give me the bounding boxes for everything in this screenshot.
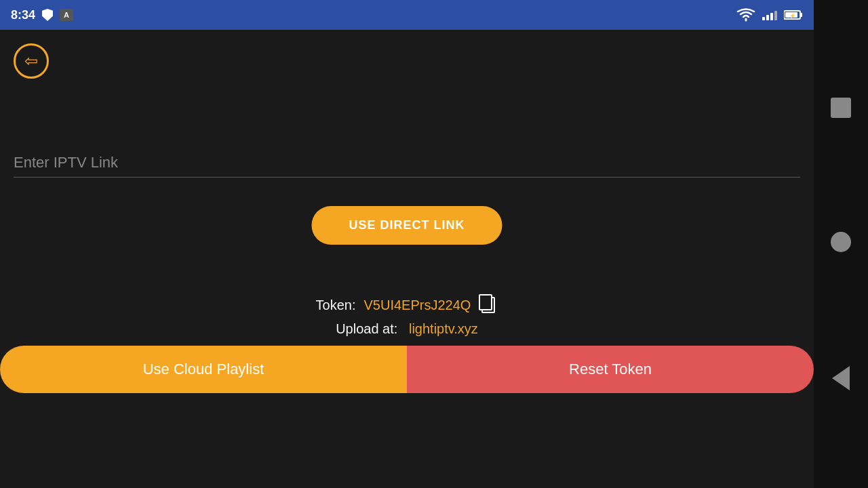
back-arrow-icon: ⇦: [24, 52, 38, 70]
wifi-icon: [736, 8, 755, 22]
iptv-link-input[interactable]: [14, 148, 800, 178]
token-section: Token: V5UI4EPrsJ224Q Upload at: lightip…: [0, 294, 814, 337]
status-left: 8:34 A: [11, 8, 73, 22]
use-cloud-playlist-button[interactable]: Use Cloud Playlist: [0, 346, 407, 393]
use-direct-link-button[interactable]: USE DIRECT LINK: [311, 206, 502, 245]
upload-row: Upload at: lightiptv.xyz: [336, 321, 478, 337]
token-label: Token:: [316, 298, 356, 313]
svg-text:⚡: ⚡: [789, 12, 796, 19]
bottom-buttons: Use Cloud Playlist Reset Token: [0, 346, 814, 393]
copy-icon[interactable]: [479, 294, 498, 316]
signal-bar-3: [770, 13, 773, 20]
signal-bar-4: [774, 11, 777, 20]
copy-front: [479, 294, 492, 310]
input-section: [14, 148, 800, 178]
upload-link[interactable]: lightiptv.xyz: [409, 321, 478, 336]
signal-icon: [762, 9, 777, 20]
svg-rect-1: [800, 13, 802, 17]
time-display: 8:34: [11, 8, 35, 22]
home-button[interactable]: [831, 232, 851, 252]
token-row: Token: V5UI4EPrsJ224Q: [316, 294, 498, 316]
signal-bar-2: [766, 15, 769, 20]
recent-apps-button[interactable]: [831, 98, 851, 118]
reset-token-button[interactable]: Reset Token: [407, 346, 814, 393]
status-bar: 8:34 A ⚡: [0, 0, 814, 30]
back-button[interactable]: ⇦: [14, 43, 49, 79]
battery-icon: ⚡: [784, 9, 803, 20]
back-nav-button[interactable]: [832, 366, 850, 390]
main-content: ⇦ USE DIRECT LINK Token: V5UI4EPrsJ224Q …: [0, 30, 814, 488]
signal-bar-1: [762, 17, 765, 20]
status-right-icons: ⚡: [736, 8, 803, 22]
shield-icon: [42, 9, 53, 21]
token-value: V5UI4EPrsJ224Q: [364, 298, 471, 313]
a-icon: A: [60, 9, 73, 21]
android-nav-panel: [814, 0, 868, 488]
upload-label: Upload at:: [336, 321, 397, 336]
